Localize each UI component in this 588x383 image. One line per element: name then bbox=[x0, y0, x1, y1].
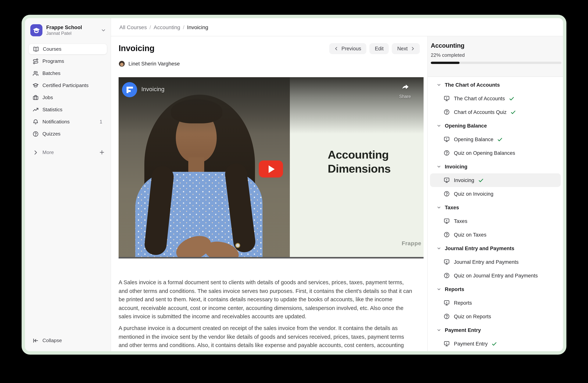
share-label: Share bbox=[396, 94, 415, 99]
video-top-gradient bbox=[119, 77, 423, 134]
check-icon bbox=[509, 96, 514, 101]
sidebar-item-courses[interactable]: Courses bbox=[28, 43, 107, 55]
chevron-down-icon bbox=[437, 287, 441, 291]
collapse-sidebar-button[interactable]: Collapse bbox=[28, 335, 107, 346]
monitor-play-icon bbox=[444, 259, 450, 265]
channel-avatar[interactable] bbox=[122, 82, 137, 97]
window-frame: Frappe School Jannat Patel CoursesProgra… bbox=[21, 15, 567, 355]
chevron-right-icon bbox=[33, 149, 39, 155]
sidebar-item-statistics[interactable]: Statistics bbox=[28, 104, 107, 115]
outline-item-label: Chart of Accounts Quiz bbox=[454, 109, 506, 115]
workspace-info: Frappe School Jannat Patel bbox=[46, 24, 101, 36]
outline-section-reports[interactable]: Reports bbox=[430, 282, 561, 296]
outline-section-the-chart-of-accounts[interactable]: The Chart of Accounts bbox=[430, 78, 561, 92]
outline-item-taxes[interactable]: Taxes bbox=[430, 214, 561, 228]
author-avatar bbox=[119, 60, 125, 67]
outline-section-invoicing[interactable]: Invoicing bbox=[430, 160, 561, 173]
outline-section-payment-entry[interactable]: Payment Entry bbox=[430, 323, 561, 337]
outline-item-label: Invoicing bbox=[454, 177, 474, 183]
outline-item-invoicing[interactable]: Invoicing bbox=[430, 173, 561, 187]
trending-up-icon bbox=[33, 107, 39, 113]
sidebar-item-programs[interactable]: Programs bbox=[28, 56, 107, 67]
sidebar-more-label: More bbox=[42, 150, 99, 155]
notification-count-badge: 1 bbox=[100, 119, 102, 124]
sidebar-item-quizzes[interactable]: Quizzes bbox=[28, 128, 107, 139]
sidebar-item-label: Courses bbox=[43, 46, 103, 52]
sidebar-item-label: Batches bbox=[42, 70, 103, 76]
breadcrumb-all-courses[interactable]: All Courses bbox=[119, 24, 147, 30]
outline-item-reports[interactable]: Reports bbox=[430, 296, 561, 309]
monitor-play-icon bbox=[444, 300, 450, 306]
sidebar-item-label: Statistics bbox=[42, 107, 103, 112]
course-progress-bar bbox=[431, 62, 562, 64]
sidebar-item-certified-participants[interactable]: Certified Participants bbox=[28, 80, 107, 91]
outline-item-the-chart-of-accounts[interactable]: The Chart of Accounts bbox=[430, 92, 561, 105]
users-icon bbox=[33, 70, 39, 76]
chevron-right-icon bbox=[410, 46, 415, 51]
breadcrumb: All Courses / Accounting / Invoicing bbox=[111, 18, 563, 36]
sidebar-spacer bbox=[25, 159, 111, 335]
outline-item-label: Quiz on Opening Balances bbox=[454, 150, 515, 156]
course-progress-fill bbox=[431, 62, 460, 64]
sidebar-item-label: Programs bbox=[42, 58, 103, 64]
briefcase-icon bbox=[33, 95, 39, 100]
author-name: Linet Sherin Varghese bbox=[128, 61, 180, 66]
previous-button[interactable]: Previous bbox=[329, 43, 367, 54]
outline-item-chart-of-accounts-quiz[interactable]: Chart of Accounts Quiz bbox=[430, 105, 561, 119]
share-button[interactable]: Share bbox=[396, 82, 415, 99]
sidebar-item-label: Quizzes bbox=[42, 131, 103, 137]
next-button[interactable]: Next bbox=[392, 43, 420, 54]
chevron-down-icon bbox=[437, 124, 441, 128]
help-circle-icon bbox=[444, 109, 450, 115]
route-icon bbox=[33, 58, 39, 64]
outline-item-quiz-on-journal-entry-and-payments[interactable]: Quiz on Journal Entry and Payments bbox=[430, 269, 561, 282]
course-outline-list: The Chart of AccountsThe Chart of Accoun… bbox=[428, 77, 563, 350]
video-overlay-title[interactable]: Invoicing bbox=[141, 86, 165, 93]
book-open-icon bbox=[33, 46, 39, 52]
sidebar-item-label: Notifications bbox=[42, 119, 100, 125]
outline-item-opening-balance[interactable]: Opening Balance bbox=[430, 133, 561, 146]
outline-item-quiz-on-opening-balances[interactable]: Quiz on Opening Balances bbox=[430, 146, 561, 160]
outline-item-journal-entry-and-payments[interactable]: Journal Entry and Payments bbox=[430, 255, 561, 269]
previous-label: Previous bbox=[341, 46, 361, 51]
frappe-watermark: Frappe bbox=[402, 240, 421, 246]
chevron-down-icon bbox=[437, 328, 441, 332]
edit-button[interactable]: Edit bbox=[370, 43, 389, 54]
app-window: Frappe School Jannat Patel CoursesProgra… bbox=[25, 18, 563, 351]
sidebar-item-notifications[interactable]: Notifications1 bbox=[28, 116, 107, 127]
sidebar-item-more[interactable]: More bbox=[28, 147, 107, 158]
frappe-school-logo bbox=[30, 24, 42, 36]
outline-item-label: Quiz on Taxes bbox=[454, 232, 486, 237]
author-row: Linet Sherin Varghese bbox=[119, 60, 180, 67]
lesson-paragraph: A Sales invoice is a formal document sen… bbox=[119, 278, 415, 321]
outline-item-label: Reports bbox=[454, 300, 472, 306]
outline-section-taxes[interactable]: Taxes bbox=[430, 201, 561, 214]
main-area: All Courses / Accounting / Invoicing Inv… bbox=[111, 18, 563, 351]
outline-item-label: Quiz on Journal Entry and Payments bbox=[454, 273, 538, 278]
sidebar-item-batches[interactable]: Batches bbox=[28, 68, 107, 79]
outline-item-payment-entry[interactable]: Payment Entry bbox=[430, 337, 561, 350]
sidebar-item-label: Jobs bbox=[42, 95, 103, 100]
outline-section-opening-balance[interactable]: Opening Balance bbox=[430, 119, 561, 133]
breadcrumb-accounting[interactable]: Accounting bbox=[154, 24, 180, 30]
collapse-icon bbox=[33, 337, 39, 344]
help-circle-icon bbox=[444, 232, 450, 238]
sidebar-item-label: Certified Participants bbox=[42, 82, 103, 88]
outline-section-title: Reports bbox=[445, 286, 464, 292]
sidebar-item-jobs[interactable]: Jobs bbox=[28, 92, 107, 103]
workspace-switcher[interactable]: Frappe School Jannat Patel bbox=[30, 21, 106, 39]
course-progress-label: 22% completed bbox=[431, 52, 562, 58]
plus-icon[interactable] bbox=[99, 150, 105, 155]
screen: Frappe School Jannat Patel CoursesProgra… bbox=[0, 0, 588, 383]
sidebar-nav: CoursesProgramsBatchesCertified Particip… bbox=[25, 43, 111, 140]
outline-section-title: The Chart of Accounts bbox=[445, 82, 500, 88]
outline-item-quiz-on-taxes[interactable]: Quiz on Taxes bbox=[430, 228, 561, 241]
check-icon bbox=[478, 177, 484, 183]
next-label: Next bbox=[397, 46, 408, 51]
video-player[interactable]: Accounting Dimensions Invoicing bbox=[119, 77, 423, 258]
outline-item-quiz-on-reports[interactable]: Quiz on Reports bbox=[430, 309, 561, 323]
outline-item-quiz-on-invoicing[interactable]: Quiz on Invoicing bbox=[430, 187, 561, 201]
left-sidebar: Frappe School Jannat Patel CoursesProgra… bbox=[25, 18, 111, 351]
play-button[interactable] bbox=[259, 160, 283, 177]
outline-section-journal-entry-and-payments[interactable]: Journal Entry and Payments bbox=[430, 241, 561, 255]
